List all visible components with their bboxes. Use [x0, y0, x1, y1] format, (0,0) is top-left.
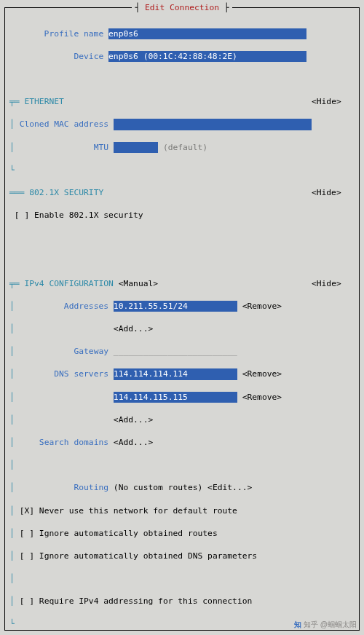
label-ipv4-addresses: Addresses	[64, 301, 108, 311]
ipv4-never-default-checkbox[interactable]: [X]	[20, 506, 34, 516]
label-cloned-mac: Cloned MAC address	[20, 119, 108, 129]
section-8021x: 802.1X SECURITY	[29, 188, 103, 197]
ipv4-dns2-remove-button[interactable]: <Remove>	[242, 393, 282, 402]
mtu-default-hint: (default)	[163, 143, 207, 152]
profile-name-input[interactable]: enp0s6	[108, 28, 306, 40]
cloned-mac-input[interactable]	[114, 119, 312, 130]
ipv4-hide-button[interactable]: <Hide>	[312, 279, 341, 288]
8021x-checkbox[interactable]: [ ]	[15, 210, 29, 220]
label-mtu: MTU	[94, 143, 108, 152]
ipv4-address-remove-button[interactable]: <Remove>	[242, 301, 282, 311]
ipv4-ignore-dns-checkbox[interactable]: [ ]	[20, 551, 34, 561]
ipv4-mode-select[interactable]: <Manual>	[119, 279, 158, 288]
label-ipv4-search: Search domains	[39, 438, 108, 447]
ethernet-hide-button[interactable]: <Hide>	[312, 97, 341, 106]
label-ipv4-ignore-dns: Ignore automatically obtained DNS parame…	[39, 551, 257, 561]
ipv4-search-add-button[interactable]: <Add...>	[114, 438, 153, 447]
ipv4-routing-value: (No custom routes)	[114, 483, 202, 492]
device-input[interactable]: enp0s6 (00:1C:42:88:48:2E)	[108, 51, 306, 63]
ipv4-address-input[interactable]: 10.211.55.51/24	[114, 301, 237, 312]
watermark: 知 知乎 @蝈蝈太阳	[294, 619, 357, 631]
label-enable-8021x: Enable 802.1X security	[34, 210, 143, 220]
window-title: Edit Connection	[132, 3, 232, 12]
tui-body: Profile name enp0s6 Device enp0s6 (00:1C…	[9, 17, 355, 626]
ipv4-dns1-input[interactable]: 114.114.114.114	[114, 368, 237, 380]
section-ethernet: ETHERNET	[24, 97, 63, 106]
label-ipv4-dns: DNS servers	[54, 369, 108, 379]
label-ipv4-routing: Routing	[74, 483, 108, 492]
ipv4-ignore-routes-checkbox[interactable]: [ ]	[20, 529, 34, 538]
ipv4-require-checkbox[interactable]: [ ]	[20, 596, 34, 606]
ipv4-dns-add-button[interactable]: <Add...>	[114, 415, 153, 425]
ipv4-dns2-input[interactable]: 114.114.115.115	[114, 392, 237, 403]
section-ipv4: IPv4 CONFIGURATION	[24, 279, 113, 288]
ipv4-address-add-button[interactable]: <Add...>	[114, 324, 153, 334]
label-device: Device	[74, 52, 103, 61]
label-ipv4-never-default: Never use this network for default route	[39, 506, 237, 516]
label-ipv4-require: Require IPv4 addressing for this connect…	[39, 596, 252, 606]
ipv4-routing-edit-button[interactable]: <Edit...>	[207, 483, 252, 492]
8021x-hide-button[interactable]: <Hide>	[312, 188, 341, 197]
ipv4-dns1-remove-button[interactable]: <Remove>	[242, 369, 282, 379]
label-ipv4-gateway: Gateway	[74, 347, 108, 356]
label-ipv4-ignore-routes: Ignore automatically obtained routes	[39, 529, 218, 538]
mtu-input[interactable]	[114, 142, 158, 154]
label-profile-name: Profile name	[44, 29, 104, 39]
